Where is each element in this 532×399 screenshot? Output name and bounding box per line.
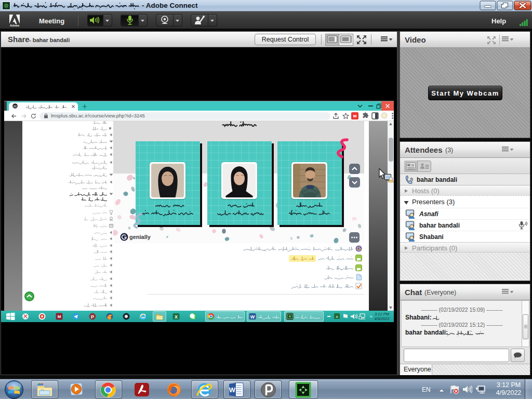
svg-text:W: W	[229, 386, 236, 394]
svg-text:genially: genially	[129, 234, 151, 240]
svg-text:M: M	[58, 314, 61, 319]
svg-text:M: M	[353, 114, 357, 118]
svg-text:m: m	[14, 104, 17, 108]
svg-text:x: x	[336, 314, 338, 319]
svg-text:Adobe: Adobe	[10, 24, 20, 27]
svg-text:P: P	[91, 314, 94, 320]
svg-text:W: W	[250, 314, 255, 320]
svg-text:X: X	[175, 314, 178, 320]
